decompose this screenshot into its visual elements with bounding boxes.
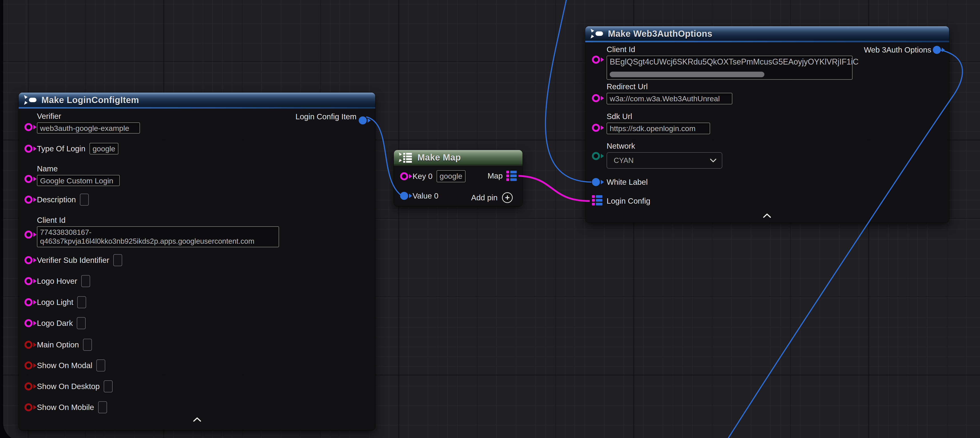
pin-row-main-option: Main Option — [37, 339, 92, 351]
node-make-map[interactable]: Make Map Key 0 google Map Value 0 Add pi… — [394, 150, 522, 206]
network-dropdown[interactable]: CYAN — [606, 152, 722, 169]
output-row-map: Map — [488, 170, 517, 182]
input-pin-show-on-modal[interactable] — [24, 362, 32, 370]
name-input[interactable]: Google Custom Login — [37, 175, 120, 186]
client-id-input[interactable]: BEglQSgt4cUWcj6SKRdu5QkOXTsePmMcusG5EAoy… — [606, 56, 853, 80]
input-pin-sdk-url[interactable] — [592, 124, 600, 132]
pin-row-show-on-mobile: Show On Mobile — [37, 401, 107, 414]
key0-input[interactable]: google — [437, 170, 466, 182]
input-pin-value0[interactable] — [400, 192, 408, 200]
input-pin-logo-dark[interactable] — [24, 319, 32, 327]
input-pin-show-on-mobile[interactable] — [24, 403, 32, 411]
node-title: Make Web3AuthOptions — [608, 29, 712, 39]
pin-label-verifier: Verifier — [37, 112, 140, 121]
pin-label-show-on-desktop: Show On Desktop — [37, 382, 100, 391]
pin-group-client-id: Client Id BEglQSgt4cUWcj6SKRdu5QkOXTsePm… — [606, 45, 853, 80]
client-id-scrollbar[interactable] — [610, 72, 764, 77]
node-make-web3authoptions[interactable]: Make Web3AuthOptions Web 3Auth Options C… — [585, 26, 949, 223]
pin-label-main-option: Main Option — [37, 340, 79, 349]
verifier-input[interactable]: web3auth-google-example — [37, 123, 140, 134]
input-pin-verifier-sub-identifier[interactable] — [24, 256, 32, 264]
node-header-make-web3authoptions[interactable]: Make Web3AuthOptions — [585, 26, 949, 41]
sdk-url-input[interactable]: https://sdk.openlogin.com — [606, 123, 710, 134]
output-pin-login-config-item[interactable] — [359, 116, 367, 124]
input-pin-name[interactable] — [24, 175, 32, 183]
make-map-icon — [399, 152, 414, 163]
pin-group-client-id: Client Id 774338308167- q463s7kpvja16l4l… — [37, 216, 279, 247]
pin-label-verifier-sub-identifier: Verifier Sub Identifier — [37, 256, 109, 264]
input-pin-network[interactable] — [592, 152, 600, 160]
pin-label-sdk-url: Sdk Url — [606, 112, 710, 121]
pin-row-logo-light: Logo Light — [37, 296, 86, 309]
main-option-checkbox[interactable] — [83, 339, 92, 351]
show-on-mobile-checkbox[interactable] — [98, 401, 107, 413]
pin-label-logo-light: Logo Light — [37, 298, 73, 307]
chevron-down-icon — [710, 158, 716, 162]
input-pin-redirect-url[interactable] — [592, 94, 600, 102]
node-header-make-loginconfigitem[interactable]: Make LoginConfigItem — [19, 92, 375, 107]
logo-dark-input[interactable] — [77, 317, 86, 329]
collapse-node-button[interactable] — [193, 417, 201, 423]
client-id-line2: q463s7kpvja16l4l0kko3nb925ikds2p.apps.go… — [40, 237, 276, 246]
pin-label-login-config: Login Config — [606, 196, 651, 205]
logo-light-input[interactable] — [77, 296, 86, 308]
client-id-value: BEglQSgt4cUWcj6SKRdu5QkOXTsePmMcusG5EAoy… — [610, 57, 859, 66]
pin-label-key0: Key 0 — [412, 172, 433, 181]
add-pin-button[interactable]: + — [502, 192, 513, 203]
client-id-input[interactable]: 774338308167- q463s7kpvja16l4l0kko3nb925… — [37, 226, 279, 247]
pin-row-value0: Value 0 — [412, 190, 438, 202]
pin-label-logo-hover: Logo Hover — [37, 277, 77, 285]
input-pin-client-id[interactable] — [592, 56, 600, 64]
output-pin-web3auth-options[interactable] — [933, 46, 941, 54]
input-pin-logo-light[interactable] — [24, 298, 32, 306]
input-pin-main-option[interactable] — [24, 341, 32, 349]
show-on-modal-checkbox[interactable] — [96, 360, 105, 371]
pin-group-verifier: Verifier web3auth-google-example — [37, 112, 140, 134]
input-pin-key0[interactable] — [400, 172, 408, 180]
add-pin-label: Add pin — [471, 193, 498, 202]
input-pin-type-of-login[interactable] — [24, 145, 32, 153]
description-input[interactable] — [80, 194, 89, 205]
pin-label-name: Name — [37, 164, 120, 173]
pin-row-logo-dark: Logo Dark — [37, 317, 86, 330]
logo-hover-input[interactable] — [81, 275, 90, 287]
input-pin-verifier[interactable] — [24, 123, 32, 131]
redirect-url-input[interactable]: w3a://com.w3a.Web3AuthUnreal — [606, 93, 732, 104]
type-of-login-input[interactable]: google — [89, 143, 118, 154]
add-pin-row: Add pin + — [471, 191, 513, 204]
make-struct-icon — [24, 95, 37, 105]
pin-label-show-on-mobile: Show On Mobile — [37, 403, 94, 412]
pin-group-redirect-url: Redirect Url w3a://com.w3a.Web3AuthUnrea… — [606, 82, 732, 104]
pin-row-type-of-login: Type Of Login google — [37, 142, 118, 155]
input-pin-description[interactable] — [24, 196, 32, 204]
input-pin-client-id[interactable] — [24, 231, 32, 239]
verifier-sub-identifier-input[interactable] — [113, 254, 122, 266]
pin-row-show-on-modal: Show On Modal — [37, 359, 105, 372]
chevron-up-icon — [193, 417, 201, 422]
input-pin-white-label[interactable] — [592, 178, 600, 186]
input-pin-logo-hover[interactable] — [24, 277, 32, 285]
node-header-make-map[interactable]: Make Map — [394, 150, 522, 165]
output-row-web3auth-options: Web 3Auth Options — [864, 44, 931, 56]
output-row-login-config-item: Login Config Item — [296, 110, 356, 123]
pin-label-type-of-login: Type Of Login — [37, 144, 86, 153]
pin-label-network: Network — [606, 142, 722, 150]
blueprint-graph-canvas[interactable]: Make LoginConfigItem Login Config Item V… — [0, 0, 980, 438]
input-pin-login-config[interactable] — [592, 195, 602, 205]
output-pin-map[interactable] — [506, 171, 517, 181]
pin-label-white-label: White Label — [606, 178, 648, 186]
collapse-node-button[interactable] — [763, 213, 771, 219]
node-make-loginconfigitem[interactable]: Make LoginConfigItem Login Config Item V… — [19, 92, 375, 430]
pin-row-verifier-sub-identifier: Verifier Sub Identifier — [37, 254, 122, 266]
node-title: Make LoginConfigItem — [41, 95, 139, 105]
show-on-desktop-checkbox[interactable] — [104, 381, 113, 392]
pin-row-key0: Key 0 google — [412, 170, 466, 183]
node-title: Make Map — [417, 153, 461, 162]
pin-group-network: Network CYAN — [606, 142, 722, 169]
input-pin-show-on-desktop[interactable] — [24, 382, 32, 390]
pin-group-sdk-url: Sdk Url https://sdk.openlogin.com — [606, 112, 710, 134]
pin-row-show-on-desktop: Show On Desktop — [37, 380, 113, 393]
output-pin-label-map: Map — [488, 171, 503, 180]
pin-row-logo-hover: Logo Hover — [37, 275, 90, 287]
pin-label-description: Description — [37, 195, 76, 204]
